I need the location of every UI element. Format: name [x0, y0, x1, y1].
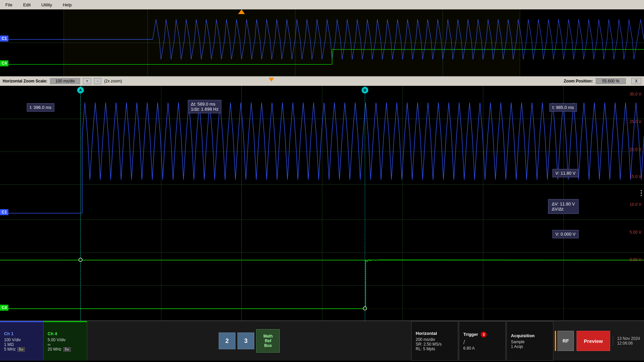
- rf-button[interactable]: RF: [557, 331, 574, 351]
- preview-button[interactable]: Preview: [577, 331, 610, 351]
- menu-bar: File Edit Utility Help: [0, 0, 644, 9]
- zoom-plus-button[interactable]: +: [83, 78, 91, 84]
- menu-help[interactable]: Help: [61, 2, 74, 8]
- svg-rect-9: [64, 9, 520, 76]
- overview-c4-label: C4: [0, 60, 8, 66]
- menu-utility[interactable]: Utility: [39, 2, 54, 8]
- acquisition-mode: Sample: [511, 340, 549, 344]
- trigger-slope: /: [463, 339, 501, 346]
- main-c1-label: C1: [0, 209, 8, 215]
- zoom-bar: Horizontal Zoom Scale: 100 ms/div + - (2…: [0, 76, 644, 86]
- cursor-b-time-box: t: 985.0 ms: [549, 103, 577, 112]
- v-scale-30: 30.0 V: [630, 92, 641, 97]
- bottom-bar: Ch 1 100 V/div 1 MΩ 5 MHz Bw Ch 4 5.00 V…: [0, 320, 644, 361]
- svg-marker-8: [238, 9, 245, 14]
- trigger-block: Trigger 3 / 6.80 A: [459, 321, 506, 361]
- overview-c1-label: C1: [0, 36, 8, 42]
- menu-edit[interactable]: Edit: [21, 2, 33, 8]
- cursor-b-marker[interactable]: B: [362, 87, 368, 94]
- grid-h-4: [0, 220, 644, 220]
- datetime-block: 13 Nov 2024 12:06:06: [613, 336, 644, 346]
- date-label: 13 Nov 2024: [617, 336, 640, 341]
- three-dots-menu[interactable]: [639, 189, 643, 197]
- ch4-icon: ∞: [48, 342, 83, 347]
- trigger-val: 6.80 A: [463, 346, 501, 351]
- zoom-info-text: (2x zoom): [104, 79, 122, 83]
- dot-2: [641, 192, 642, 194]
- dot-3: [641, 195, 642, 196]
- ch4-bw: 20 MHz Bw: [48, 347, 83, 352]
- grid-v-5: [402, 86, 403, 320]
- v-scale-0: 0.00 V: [630, 257, 641, 262]
- acquisition-title: Acquisition: [511, 333, 549, 338]
- delta-v-box: ΔV: 11.80 V ΔV/Δt:: [548, 199, 579, 214]
- zoom-label: Horizontal Zoom Scale:: [3, 79, 47, 83]
- info-sections: Horizontal 200 ms/div SR: 2.50 MS/s RL: …: [411, 321, 553, 361]
- acquisition-acqs: 1 Acqs: [511, 344, 549, 349]
- ch1-bw: 5 MHz Bw: [4, 347, 39, 352]
- zoom-position-label: Zoom Position:: [564, 79, 593, 83]
- ch4-info-box: Ch 4 5.00 V/div ∞ 20 MHz Bw: [44, 321, 87, 361]
- math-ref-bus-button[interactable]: Math Ref Bus: [256, 329, 280, 353]
- cursor-b-c4-dot: [363, 306, 367, 310]
- menu-file[interactable]: File: [3, 2, 14, 8]
- grid-h-2: [0, 152, 644, 152]
- volt-c4-box: V: 0.000 V: [552, 230, 579, 238]
- main-waveform: A B C1 C4 t: 396.0 ms t: 985.0 ms Δt: 58…: [0, 86, 644, 320]
- grid-h-1: [0, 119, 644, 119]
- ch1-vdiv: 100 V/div: [4, 338, 39, 342]
- acquisition-block: Acquisition Sample 1 Acqs: [506, 321, 553, 361]
- ch1-impedance: 1 MΩ: [4, 342, 39, 347]
- v-scale-5: 5.00 V: [630, 230, 641, 235]
- grid-v-3: [241, 86, 242, 320]
- cursor-a-time-box: t: 396.0 ms: [27, 103, 54, 112]
- grid-v-2: [161, 86, 161, 320]
- ch1-label: Ch 1: [4, 331, 39, 336]
- cursor-a-c4-dot: [78, 258, 83, 262]
- horizontal-rl: RL: 5 Mpts: [416, 347, 454, 351]
- grid-h-6: [0, 285, 644, 286]
- horizontal-sr: SR: 2.50 MS/s: [416, 342, 454, 347]
- horizontal-time: 200 ms/div: [416, 337, 454, 342]
- v-scale-25: 25.0 V: [630, 119, 641, 124]
- v-scale-20: 20.0 V: [630, 147, 641, 152]
- zoom-minus-button[interactable]: -: [94, 78, 101, 84]
- btn-2[interactable]: 2: [219, 333, 235, 349]
- main-c4-label: C4: [0, 305, 8, 311]
- cursor-a-marker[interactable]: A: [77, 87, 84, 94]
- ch4-label: Ch 4: [48, 331, 83, 336]
- btn-3[interactable]: 3: [237, 333, 254, 349]
- zoom-close-button[interactable]: X: [631, 78, 641, 84]
- volt-b-box: V: 11.80 V: [552, 169, 579, 177]
- horizontal-title: Horizontal: [416, 331, 454, 336]
- grid-h-5: [0, 252, 644, 253]
- v-scale-10: 10.0 V: [630, 202, 641, 207]
- grid-h-3: [0, 184, 644, 185]
- orange-indicator: [555, 331, 556, 351]
- dot-1: [641, 190, 642, 191]
- horizontal-block: Horizontal 200 ms/div SR: 2.50 MS/s RL: …: [411, 321, 458, 361]
- zoom-position-value[interactable]: 55.600 %: [596, 78, 626, 84]
- v-scale-15: 15.0 V: [630, 174, 641, 179]
- trigger-number: 3: [481, 331, 487, 338]
- ch1-info-box: Ch 1 100 V/div 1 MΩ 5 MHz Bw: [0, 321, 44, 361]
- nav-buttons: 2 3 Math Ref Bus: [87, 329, 411, 353]
- ch4-vdiv: 5.00 V/div: [48, 338, 83, 342]
- grid-v-1: [80, 86, 81, 320]
- grid-v-6: [483, 86, 483, 320]
- trigger-title: Trigger 3: [463, 331, 501, 338]
- time-label: 12:06:06: [617, 341, 640, 346]
- overview-waveform: C1 C4: [0, 9, 644, 76]
- delta-t-box: Δt: 589.0 ms 1/Δt: 1.698 Hz: [188, 100, 221, 113]
- grid-v-4: [322, 86, 322, 320]
- zoom-scale-value[interactable]: 100 ms/div: [50, 78, 80, 84]
